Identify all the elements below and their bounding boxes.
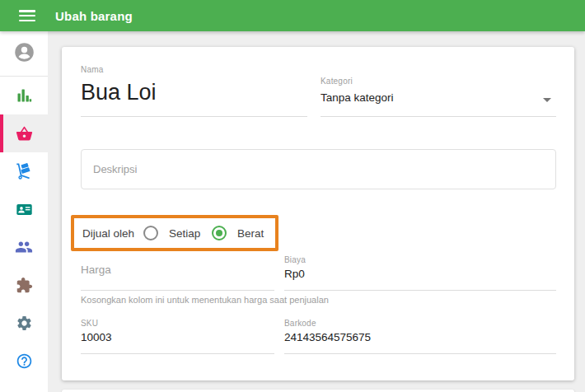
nama-input[interactable] (81, 80, 307, 105)
sidebar-item-help[interactable] (0, 342, 48, 380)
kategori-underline (321, 116, 556, 117)
nama-underline (81, 116, 307, 117)
contact-card-icon (16, 201, 33, 218)
kategori-value: Tanpa kategori (321, 91, 394, 104)
sold-by-label: Dijual oleh (82, 227, 134, 240)
deskripsi-field (81, 149, 556, 189)
app-header: Ubah barang (0, 0, 585, 31)
sidebar-item-reports[interactable] (0, 77, 48, 114)
harga-hint: Kosongkan kolom ini untuk menentukan har… (81, 295, 329, 305)
sidebar-item-settings[interactable] (0, 304, 48, 342)
biaya-input[interactable] (284, 268, 556, 280)
sidebar-item-account[interactable] (0, 31, 48, 76)
radio-berat[interactable] (212, 226, 227, 240)
sidebar (0, 31, 48, 392)
bar-chart-icon (16, 87, 32, 104)
barkode-underline (284, 353, 556, 354)
hamburger-icon[interactable] (19, 10, 35, 21)
sold-by-row: Dijual oleh Setiap Berat (62, 215, 292, 251)
sku-underline (81, 353, 274, 354)
biaya-underline (284, 290, 556, 291)
puzzle-icon (16, 277, 33, 294)
people-icon (15, 238, 33, 256)
help-icon (16, 352, 33, 370)
chevron-down-icon[interactable] (543, 98, 551, 102)
nama-label: Nama (81, 65, 103, 74)
hand-truck-icon (15, 162, 33, 180)
radio-setiap[interactable] (143, 226, 158, 240)
sku-label: SKU (81, 319, 98, 328)
avatar-icon (13, 41, 35, 67)
basket-icon (16, 125, 33, 142)
deskripsi-textarea[interactable] (82, 150, 555, 189)
sidebar-item-inventory[interactable] (0, 152, 48, 190)
sidebar-item-integrations[interactable] (0, 266, 48, 304)
gear-icon (16, 315, 33, 332)
harga-input[interactable] (81, 264, 274, 276)
sku-input[interactable] (81, 331, 274, 343)
harga-underline (81, 290, 274, 291)
radio-berat-label[interactable]: Berat (237, 227, 264, 240)
sidebar-item-items[interactable] (0, 114, 48, 152)
edit-item-card: Nama Kategori Tanpa kategori Dijual oleh… (62, 47, 574, 380)
barkode-input[interactable] (284, 331, 556, 343)
page-title: Ubah barang (55, 9, 133, 23)
barkode-label: Barkode (284, 319, 316, 328)
kategori-select[interactable]: Tanpa kategori (321, 77, 556, 118)
biaya-label: Biaya (284, 255, 306, 264)
sidebar-item-employees[interactable] (0, 228, 48, 266)
radio-setiap-label[interactable]: Setiap (169, 227, 200, 240)
sidebar-item-customers[interactable] (0, 190, 48, 228)
